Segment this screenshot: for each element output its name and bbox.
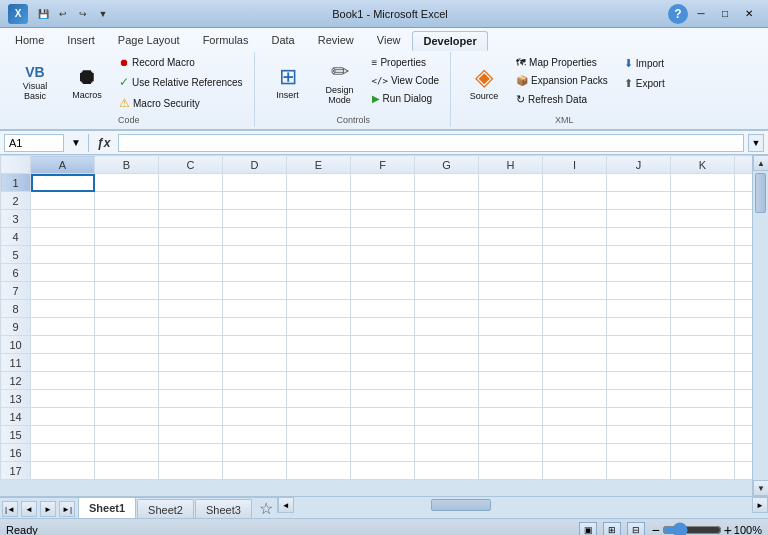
- cell-D16[interactable]: [223, 444, 287, 462]
- cell-G16[interactable]: [415, 444, 479, 462]
- cell-L16[interactable]: [735, 444, 753, 462]
- cell-B11[interactable]: [95, 354, 159, 372]
- cell-K15[interactable]: [671, 426, 735, 444]
- cell-J5[interactable]: [607, 246, 671, 264]
- sheet-nav-last[interactable]: ►|: [59, 501, 75, 517]
- cell-L17[interactable]: [735, 462, 753, 480]
- cell-E5[interactable]: [287, 246, 351, 264]
- col-header-G[interactable]: G: [415, 156, 479, 174]
- cell-J12[interactable]: [607, 372, 671, 390]
- cell-L1[interactable]: [735, 174, 753, 192]
- cell-E4[interactable]: [287, 228, 351, 246]
- cell-I12[interactable]: [543, 372, 607, 390]
- cell-E16[interactable]: [287, 444, 351, 462]
- cell-G6[interactable]: [415, 264, 479, 282]
- cell-F16[interactable]: [351, 444, 415, 462]
- cell-L8[interactable]: [735, 300, 753, 318]
- visual-basic-button[interactable]: VB VisualBasic: [10, 54, 60, 112]
- cell-F13[interactable]: [351, 390, 415, 408]
- cell-A15[interactable]: [31, 426, 95, 444]
- cell-H13[interactable]: [479, 390, 543, 408]
- cell-H11[interactable]: [479, 354, 543, 372]
- cell-J7[interactable]: [607, 282, 671, 300]
- macro-security-button[interactable]: ⚠ Macro Security: [114, 93, 248, 113]
- cell-D9[interactable]: [223, 318, 287, 336]
- cell-F3[interactable]: [351, 210, 415, 228]
- scroll-up-button[interactable]: ▲: [753, 155, 768, 171]
- cell-D10[interactable]: [223, 336, 287, 354]
- cell-J11[interactable]: [607, 354, 671, 372]
- refresh-data-button[interactable]: ↻ Refresh Data: [511, 90, 613, 109]
- cell-E6[interactable]: [287, 264, 351, 282]
- redo-button[interactable]: ↪: [74, 5, 92, 23]
- cell-D11[interactable]: [223, 354, 287, 372]
- cell-H2[interactable]: [479, 192, 543, 210]
- export-button[interactable]: ⬆ Export: [619, 74, 670, 93]
- cell-F12[interactable]: [351, 372, 415, 390]
- col-header-L[interactable]: L: [735, 156, 753, 174]
- cell-H12[interactable]: [479, 372, 543, 390]
- cell-C3[interactable]: [159, 210, 223, 228]
- help-button[interactable]: ?: [668, 4, 688, 24]
- cell-B14[interactable]: [95, 408, 159, 426]
- cell-F4[interactable]: [351, 228, 415, 246]
- col-header-J[interactable]: J: [607, 156, 671, 174]
- cell-D15[interactable]: [223, 426, 287, 444]
- cell-E10[interactable]: [287, 336, 351, 354]
- cell-L5[interactable]: [735, 246, 753, 264]
- tab-developer[interactable]: Developer: [412, 31, 487, 51]
- view-code-button[interactable]: </> View Code: [367, 72, 444, 89]
- row-header-1[interactable]: 1: [1, 174, 31, 192]
- cell-A17[interactable]: [31, 462, 95, 480]
- cell-I3[interactable]: [543, 210, 607, 228]
- cell-A4[interactable]: [31, 228, 95, 246]
- design-mode-button[interactable]: ✏ DesignMode: [315, 54, 365, 112]
- record-macro-button[interactable]: ⏺ Record Macro: [114, 54, 248, 71]
- cell-F15[interactable]: [351, 426, 415, 444]
- cell-J2[interactable]: [607, 192, 671, 210]
- row-header-2[interactable]: 2: [1, 192, 31, 210]
- scroll-right-button[interactable]: ►: [752, 497, 768, 513]
- cell-B6[interactable]: [95, 264, 159, 282]
- cell-C1[interactable]: [159, 174, 223, 192]
- cell-G11[interactable]: [415, 354, 479, 372]
- cell-B16[interactable]: [95, 444, 159, 462]
- cell-G3[interactable]: [415, 210, 479, 228]
- cell-K11[interactable]: [671, 354, 735, 372]
- cell-G1[interactable]: [415, 174, 479, 192]
- cell-G2[interactable]: [415, 192, 479, 210]
- cell-L13[interactable]: [735, 390, 753, 408]
- cell-I5[interactable]: [543, 246, 607, 264]
- cell-A6[interactable]: [31, 264, 95, 282]
- expansion-packs-button[interactable]: 📦 Expansion Packs: [511, 72, 613, 89]
- cell-L10[interactable]: [735, 336, 753, 354]
- normal-view-button[interactable]: ▣: [579, 522, 597, 536]
- cell-B10[interactable]: [95, 336, 159, 354]
- map-properties-button[interactable]: 🗺 Map Properties: [511, 54, 613, 71]
- page-layout-view-button[interactable]: ⊞: [603, 522, 621, 536]
- cell-K14[interactable]: [671, 408, 735, 426]
- cell-C9[interactable]: [159, 318, 223, 336]
- cell-C7[interactable]: [159, 282, 223, 300]
- formula-input[interactable]: [118, 134, 744, 152]
- cell-J9[interactable]: [607, 318, 671, 336]
- cell-I2[interactable]: [543, 192, 607, 210]
- col-header-B[interactable]: B: [95, 156, 159, 174]
- cell-B1[interactable]: [95, 174, 159, 192]
- cell-L12[interactable]: [735, 372, 753, 390]
- cell-L7[interactable]: [735, 282, 753, 300]
- cell-I17[interactable]: [543, 462, 607, 480]
- cell-J1[interactable]: [607, 174, 671, 192]
- cell-L2[interactable]: [735, 192, 753, 210]
- row-header-14[interactable]: 14: [1, 408, 31, 426]
- tab-data[interactable]: Data: [260, 30, 305, 50]
- cell-G12[interactable]: [415, 372, 479, 390]
- cell-I10[interactable]: [543, 336, 607, 354]
- cell-G8[interactable]: [415, 300, 479, 318]
- cell-I4[interactable]: [543, 228, 607, 246]
- cell-G4[interactable]: [415, 228, 479, 246]
- h-scroll-thumb[interactable]: [431, 499, 491, 511]
- row-header-8[interactable]: 8: [1, 300, 31, 318]
- cell-H5[interactable]: [479, 246, 543, 264]
- cell-B12[interactable]: [95, 372, 159, 390]
